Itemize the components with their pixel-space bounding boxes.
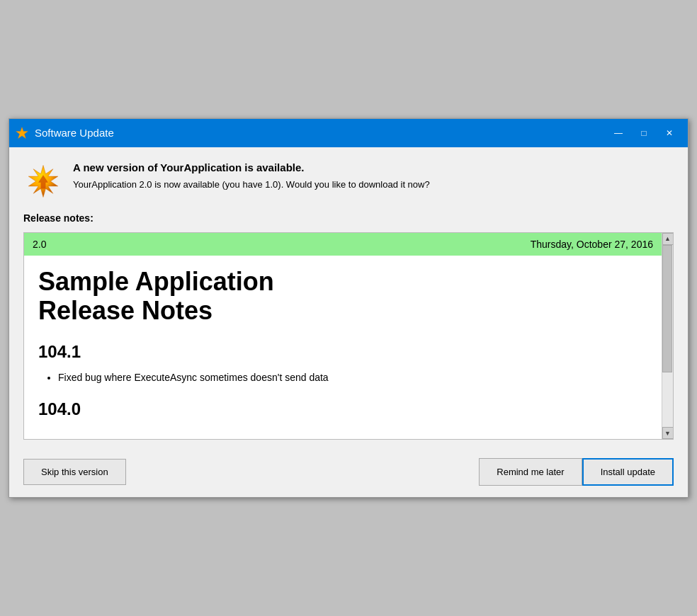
footer-left-buttons: Skip this version (23, 459, 126, 485)
header-title: A new version of YourApplication is avai… (73, 161, 430, 173)
software-update-window: Software Update — □ ✕ (8, 118, 688, 498)
install-update-button[interactable]: Install update (582, 458, 674, 486)
header-row: A new version of YourApplication is avai… (23, 161, 674, 201)
release-notes-container: 2.0 Thursday, October 27, 2016 Sample Ap… (23, 232, 674, 440)
notes-body: Sample Application Release Notes 104.1 F… (24, 256, 662, 440)
maximize-button[interactable]: □ (631, 122, 657, 144)
app-icon (23, 161, 63, 201)
notes-section-1040: 104.0 (38, 399, 647, 419)
header-text: A new version of YourApplication is avai… (73, 161, 430, 192)
scrollbar[interactable]: ▲ ▼ (662, 233, 673, 440)
window-title: Software Update (35, 127, 600, 139)
window-controls: — □ ✕ (606, 122, 682, 144)
notes-section-1041: 104.1 (38, 342, 647, 362)
release-date: Thursday, October 27, 2016 (531, 239, 653, 250)
release-notes-scroll-area[interactable]: 2.0 Thursday, October 27, 2016 Sample Ap… (24, 233, 662, 440)
release-notes-label: Release notes: (23, 212, 674, 224)
scroll-down-button[interactable]: ▼ (662, 427, 674, 439)
notes-list-1041: Fixed bug where ExecuteAsync sometimes d… (58, 370, 647, 385)
titlebar: Software Update — □ ✕ (9, 119, 688, 147)
close-button[interactable]: ✕ (657, 122, 682, 144)
notes-item: Fixed bug where ExecuteAsync sometimes d… (58, 370, 647, 385)
footer-right-buttons: Remind me later Install update (479, 458, 674, 486)
version-number: 2.0 (33, 239, 46, 250)
notes-main-title: Sample Application Release Notes (38, 267, 647, 326)
svg-marker-0 (16, 127, 28, 138)
version-header-row: 2.0 Thursday, October 27, 2016 (24, 233, 662, 256)
scroll-track[interactable] (662, 245, 673, 428)
minimize-button[interactable]: — (606, 122, 631, 144)
main-content: A new version of YourApplication is avai… (9, 147, 688, 452)
footer: Skip this version Remind me later Instal… (9, 451, 688, 497)
remind-later-button[interactable]: Remind me later (479, 458, 582, 486)
scroll-up-button[interactable]: ▲ (662, 233, 674, 245)
header-subtitle: YourApplication 2.0 is now available (yo… (73, 178, 430, 192)
skip-version-button[interactable]: Skip this version (23, 459, 126, 485)
app-titlebar-icon (15, 126, 29, 140)
scroll-thumb[interactable] (662, 245, 672, 372)
